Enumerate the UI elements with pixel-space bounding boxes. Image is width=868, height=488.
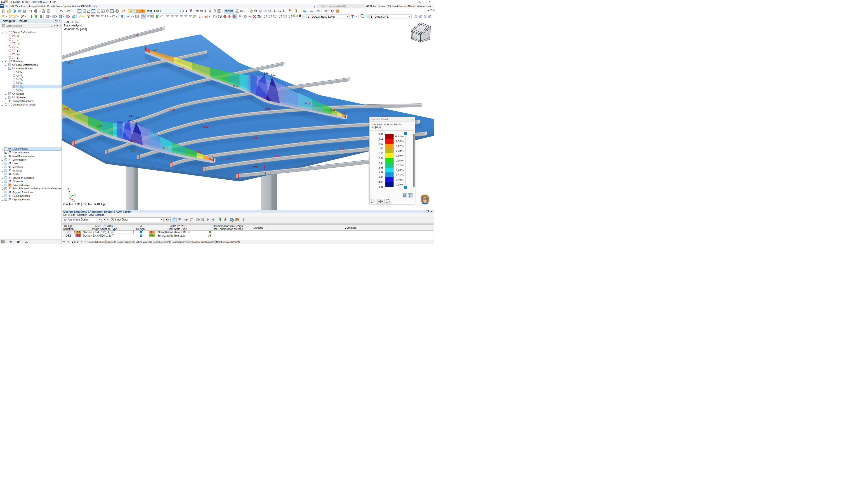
svg-text:-4.81: -4.81: [263, 71, 269, 74]
svg-text:-4.81: -4.81: [135, 117, 141, 119]
svg-text:-0.25: -0.25: [130, 140, 136, 142]
svg-text:1: 1: [142, 10, 143, 12]
svg-text:0.31: 0.31: [252, 136, 257, 139]
svg-text:0.23: 0.23: [169, 109, 175, 111]
svg-text:-0.01: -0.01: [130, 150, 136, 152]
svg-text:-X: -X: [424, 33, 427, 36]
svg-text:0.03: 0.03: [133, 34, 138, 36]
svg-text:0.23: 0.23: [274, 154, 279, 157]
svg-text:1 - Default Base Layer: 1 - Default Base Layer: [308, 15, 335, 18]
svg-text:Moments My [kipft]: Moments My [kipft]: [64, 28, 87, 31]
svg-text:+N: +N: [128, 10, 131, 12]
svg-text:0.31: 0.31: [137, 98, 142, 100]
svg-text:0.03: 0.03: [253, 165, 258, 168]
svg-text:Y: Y: [74, 194, 76, 197]
svg-text:?: ?: [242, 218, 244, 221]
svg-text:1 - Global XYZ: 1 - Global XYZ: [371, 15, 389, 18]
svg-text:-4.81: -4.81: [128, 114, 134, 117]
svg-text:0.08: 0.08: [331, 109, 336, 111]
svg-text:I: I: [14, 17, 15, 19]
svg-text:0.18: 0.18: [68, 62, 73, 64]
svg-text:0.07: 0.07: [226, 158, 231, 161]
svg-text:0.15: 0.15: [97, 124, 102, 127]
svg-text:0.25: 0.25: [264, 97, 269, 99]
svg-text:0.31: 0.31: [303, 142, 308, 144]
svg-text:CO1: CO1: [147, 10, 152, 12]
svg-text:max My : 0.31 | min My : -4.81: max My : 0.31 | min My : -4.81 kipft: [63, 203, 106, 206]
svg-text:X: X: [219, 220, 219, 221]
svg-text:1.40D: 1.40D: [154, 10, 161, 12]
svg-text:0.08: 0.08: [64, 108, 68, 111]
svg-text:-0.08: -0.08: [178, 67, 184, 70]
svg-text:-4.81: -4.81: [270, 73, 276, 76]
svg-text:Static Analysis: Static Analysis: [64, 24, 82, 27]
svg-text:-0.07: -0.07: [152, 48, 158, 51]
svg-text:CO1 - 1.40D: CO1 - 1.40D: [64, 20, 79, 24]
svg-text:0.13: 0.13: [204, 125, 209, 128]
svg-text:0.15: 0.15: [233, 85, 238, 87]
svg-text:-0.08: -0.08: [195, 151, 201, 153]
svg-text:0.18: 0.18: [339, 147, 344, 150]
svg-text:0.31: 0.31: [103, 76, 108, 79]
svg-text:X: X: [73, 200, 75, 203]
svg-text:0.16: 0.16: [305, 102, 310, 105]
svg-text:Z: Z: [68, 187, 69, 190]
svg-text:x.xx: x.xx: [190, 218, 193, 220]
svg-text:0.01: 0.01: [265, 107, 270, 110]
svg-text:I: I: [113, 18, 114, 19]
svg-text:-0.16: -0.16: [162, 147, 168, 149]
svg-text:+Y: +Y: [414, 36, 417, 39]
